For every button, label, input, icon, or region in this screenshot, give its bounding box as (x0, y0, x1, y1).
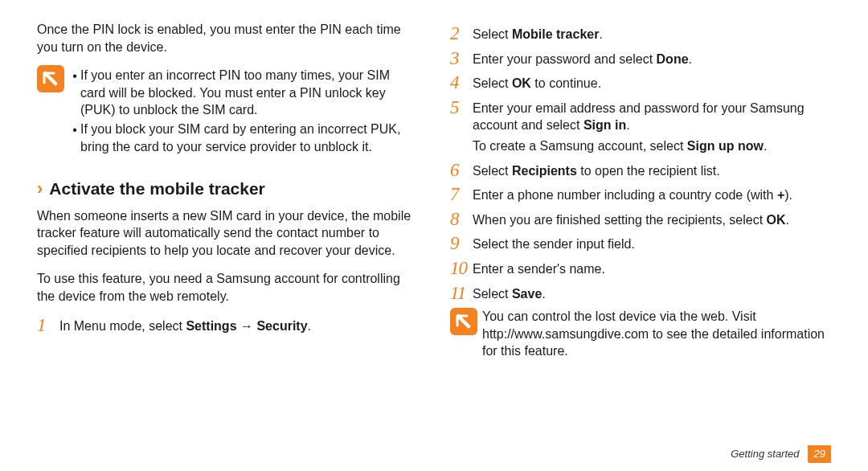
step-11: 11 Select Save. (450, 283, 831, 303)
text: . (599, 27, 602, 41)
step-number: 6 (450, 160, 473, 179)
text: . (689, 52, 692, 66)
step-number: 2 (450, 23, 473, 43)
step-9-body: Select the sender input field. (473, 233, 831, 253)
step-2: 2 Select Mobile tracker. (450, 23, 831, 43)
step-7: 7 Enter a phone number including a count… (450, 184, 831, 204)
step-number: 1 (37, 315, 59, 334)
step-number: 8 (450, 209, 473, 228)
step-number: 11 (450, 283, 473, 302)
pin-notes: • If you enter an incorrect PIN too many… (37, 65, 418, 157)
left-column: Once the PIN lock is enabled, you must e… (37, 21, 418, 413)
text: Select (473, 76, 512, 90)
text: . (786, 213, 789, 227)
step-1-body: In Menu mode, select Settings → Security… (59, 315, 418, 335)
page-number: 29 (808, 445, 831, 463)
text: To create a Samsung account, select (473, 139, 687, 153)
bullet-dot: • (69, 67, 80, 85)
text: . (308, 319, 311, 333)
note-icon (450, 308, 477, 335)
text: ). (784, 188, 792, 202)
step-6: 6 Select Recipients to open the recipien… (450, 160, 831, 180)
bold: Sign up now (687, 139, 764, 153)
step-9: 9 Select the sender input field. (450, 233, 831, 253)
step-10-body: Enter a sender's name. (473, 258, 831, 278)
bullet-dot: • (69, 121, 80, 139)
text: Select (473, 27, 512, 41)
page-content: Once the PIN lock is enabled, you must e… (0, 0, 868, 420)
step-number: 9 (450, 233, 473, 252)
note-body: You can control the lost device via the … (482, 308, 831, 360)
text: Enter a phone number including a country… (473, 188, 777, 202)
step-number: 10 (450, 258, 473, 277)
bold: Security (256, 319, 307, 333)
step-number: 4 (450, 72, 473, 92)
text: to continue. (531, 76, 601, 90)
note-body: • If you enter an incorrect PIN too many… (69, 65, 418, 157)
web-control-note: You can control the lost device via the … (450, 308, 831, 360)
text: . (764, 139, 767, 153)
footer-section-label: Getting started (731, 447, 799, 461)
step-10: 10 Enter a sender's name. (450, 258, 831, 278)
intro-paragraph: Once the PIN lock is enabled, you must e… (37, 21, 418, 55)
section-heading-text: Activate the mobile tracker (49, 178, 264, 200)
section-paragraph-2: To use this feature, you need a Samsung … (37, 270, 418, 305)
step-4: 4 Select OK to continue. (450, 72, 831, 92)
chevron-right-icon: › (37, 180, 43, 198)
step-5: 5 Enter your email address and password … (450, 97, 831, 155)
text: → (237, 319, 257, 333)
note-bullet-2-text: If you block your SIM card by entering a… (80, 121, 418, 155)
section-heading: › Activate the mobile tracker (37, 178, 418, 200)
note-bullet-2: • If you block your SIM card by entering… (69, 121, 418, 155)
step-number: 5 (450, 97, 473, 117)
section-paragraph-1: When someone inserts a new SIM card in y… (37, 207, 418, 260)
bold: OK (767, 213, 786, 227)
step-3: 3 Enter your password and select Done. (450, 48, 831, 68)
text: When you are finished setting the recipi… (473, 213, 767, 227)
text: In Menu mode, select (59, 319, 186, 333)
bold: + (777, 188, 784, 202)
bold: Done (657, 52, 689, 66)
step-8: 8 When you are finished setting the reci… (450, 209, 831, 229)
bold: Mobile tracker (512, 27, 599, 41)
bold: OK (512, 76, 531, 90)
note-icon (37, 65, 64, 92)
bold: Settings (186, 319, 236, 333)
bold: Save (512, 287, 542, 301)
step-1: 1 In Menu mode, select Settings → Securi… (37, 315, 418, 335)
bold: Sign in (583, 118, 626, 132)
right-column: 2 Select Mobile tracker. 3 Enter your pa… (450, 21, 831, 413)
text: Enter your email address and password fo… (473, 101, 805, 133)
text: . (626, 118, 629, 132)
note-bullet-1-text: If you enter an incorrect PIN too many t… (80, 67, 418, 119)
text: Select (473, 164, 512, 178)
note-bullet-1: • If you enter an incorrect PIN too many… (69, 67, 418, 119)
text: Enter your password and select (473, 52, 657, 66)
step-number: 3 (450, 48, 473, 68)
page-footer: Getting started 29 (731, 445, 831, 463)
text: Select (473, 287, 512, 301)
step-number: 7 (450, 184, 473, 203)
bold: Recipients (512, 164, 577, 178)
text: . (542, 287, 545, 301)
text: to open the recipient list. (577, 164, 720, 178)
web-control-note-text: You can control the lost device via the … (482, 308, 831, 360)
